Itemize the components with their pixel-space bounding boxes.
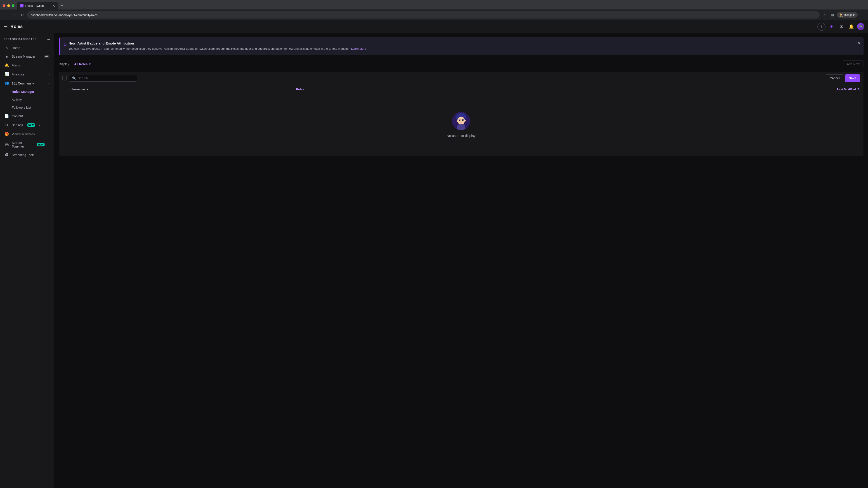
content-icon: 📄 (4, 114, 9, 118)
stream-manager-icon: ◉ (4, 55, 9, 58)
channel-points-button[interactable]: ✦ (827, 23, 835, 31)
sidebar-sub-item-roles-manager[interactable]: Roles Manager (1, 88, 53, 96)
content-chevron-icon: › (49, 115, 50, 118)
roles-dropdown[interactable]: All Roles ▾ (72, 61, 93, 67)
incognito-badge: 🕵 Incognito (837, 12, 858, 18)
forward-button[interactable]: → (11, 12, 17, 18)
streaming-tools-icon: 🛠 (4, 153, 9, 157)
search-input-wrap: 🔍 (69, 75, 137, 82)
help-button[interactable]: ? (817, 23, 826, 31)
sidebar-item-streaming-tools-label: Streaming Tools (12, 153, 34, 157)
bookmark-button[interactable]: ☆ (822, 12, 828, 18)
analytics-chevron-icon: › (49, 73, 50, 76)
sidebar-sub-item-followers-list-label: Followers List (12, 106, 31, 109)
last-modified-sort-icon: ⇅ (857, 88, 860, 91)
sidebar-item-settings[interactable]: ⚙ Settings NEW › (1, 121, 53, 129)
sidebar-section-label: CREATOR DASHBOARD ⬅ (0, 33, 54, 43)
viewer-rewards-chevron-icon: › (49, 133, 50, 136)
svg-point-2 (458, 117, 465, 125)
sidebar-item-community[interactable]: 👥 181 Community › (1, 79, 53, 88)
search-bar: 🔍 Cancel Save (59, 72, 864, 85)
chevron-down-icon: ▾ (89, 62, 91, 66)
back-button[interactable]: ← (3, 12, 9, 18)
stream-manager-badge: 69 (44, 55, 50, 58)
main-container: CREATOR DASHBOARD ⬅ ⌂ Home ◉ Stream Mana… (0, 33, 868, 488)
browser-chrome: T Roles - Twitch ✕ + ← → ↻ ☆ ⊞ 🕵 Incogni… (0, 0, 868, 20)
sidebar-item-home[interactable]: ⌂ Home (1, 43, 53, 52)
tab-close-button[interactable]: ✕ (52, 4, 55, 8)
banner-close-button[interactable]: ✕ (857, 40, 861, 45)
alerts-icon: 🔔 (4, 63, 9, 67)
svg-point-7 (457, 120, 458, 122)
sidebar-sub-item-activity-label: Activity (12, 98, 22, 101)
username-sort-icon: ▲ (86, 88, 89, 91)
banner-info-icon: ℹ (64, 42, 66, 47)
browser-menu-button[interactable]: ⋮ (859, 12, 865, 18)
new-tab-button[interactable]: + (59, 2, 65, 9)
header-icons: ? ✦ ✉ 🔔 🎮 (817, 23, 864, 31)
tab-favicon: T (20, 4, 24, 7)
roles-dropdown-label: All Roles (74, 62, 88, 66)
add-new-button[interactable]: Add New (843, 60, 864, 68)
empty-state-avatar-svg (452, 112, 470, 130)
url-bar[interactable] (27, 11, 819, 19)
username-column-label: Username (70, 88, 85, 91)
window-maximize[interactable] (12, 4, 14, 7)
empty-state: No users to display (59, 94, 864, 156)
main-content: ℹ New! Artist Badge and Emote Attributio… (54, 33, 868, 488)
column-header-last-modified[interactable]: Last Modified ⇅ (634, 88, 860, 91)
toolbar: Display All Roles ▾ Add New (59, 60, 864, 68)
svg-point-5 (460, 119, 460, 120)
sidebar-sub-item-followers-list[interactable]: Followers List (1, 104, 53, 111)
sidebar-item-settings-label: Settings (12, 123, 23, 127)
sidebar-item-viewer-rewards-label: Viewer Rewards (12, 132, 35, 136)
home-icon: ⌂ (4, 46, 9, 50)
save-button[interactable]: Save (845, 74, 860, 82)
incognito-label: Incognito (844, 13, 855, 17)
browser-tab[interactable]: T Roles - Twitch ✕ (17, 2, 58, 9)
extensions-button[interactable]: ⊞ (829, 12, 835, 18)
sidebar-item-analytics[interactable]: 📊 Analytics › (1, 70, 53, 78)
svg-point-4 (462, 119, 464, 121)
sidebar-item-streaming-tools[interactable]: 🛠 Streaming Tools (1, 151, 53, 159)
sidebar-back-button[interactable]: ⬅ (47, 37, 51, 41)
sidebar-item-content-label: Content (12, 114, 23, 118)
community-icon: 👥 (4, 81, 9, 86)
sidebar-item-stream-together-label: Stream Together (12, 141, 33, 148)
last-modified-column-label: Last Modified (837, 88, 856, 91)
sidebar-item-alerts[interactable]: 🔔 Alerts (1, 61, 53, 70)
sidebar-item-stream-manager[interactable]: ◉ Stream Manager 69 (1, 53, 53, 61)
app-header: ☰ Roles ? ✦ ✉ 🔔 🎮 (0, 20, 868, 33)
browser-nav: ← → ↻ ☆ ⊞ 🕵 Incognito ⋮ (0, 9, 868, 20)
community-chevron-icon: › (48, 83, 51, 84)
display-label: Display (59, 62, 69, 66)
banner-learn-more-link[interactable]: Learn More (351, 47, 366, 51)
sidebar-toggle-button[interactable]: ☰ (4, 24, 8, 29)
sidebar-sub-item-activity[interactable]: Activity (1, 96, 53, 103)
sidebar-item-content[interactable]: 📄 Content › (1, 111, 53, 121)
search-icon: 🔍 (72, 76, 76, 80)
search-input[interactable] (78, 76, 134, 80)
reload-button[interactable]: ↻ (19, 12, 25, 18)
sidebar: CREATOR DASHBOARD ⬅ ⌂ Home ◉ Stream Mana… (0, 33, 54, 488)
table-header: Username ▲ Roles Last Modified ⇅ (59, 85, 864, 94)
avatar[interactable]: 🎮 (857, 23, 864, 30)
roles-column-label: Roles (296, 88, 304, 91)
cancel-button[interactable]: Cancel (826, 74, 844, 82)
sidebar-item-community-label: 181 Community (12, 82, 34, 85)
action-buttons: Cancel Save (826, 74, 860, 82)
mail-button[interactable]: ✉ (837, 23, 845, 31)
select-all-checkbox[interactable] (62, 76, 67, 80)
svg-point-8 (464, 120, 466, 122)
table-container: 🔍 Cancel Save Username ▲ (59, 72, 864, 156)
svg-point-6 (463, 119, 463, 120)
column-header-roles[interactable]: Roles (296, 88, 634, 91)
viewer-rewards-icon: 🎁 (4, 132, 9, 136)
column-header-username[interactable]: Username ▲ (70, 88, 296, 91)
banner-title: New! Artist Badge and Emote Attribution (68, 41, 366, 45)
notifications-button[interactable]: 🔔 (847, 23, 855, 31)
sidebar-item-viewer-rewards[interactable]: 🎁 Viewer Rewards › (1, 130, 53, 138)
sidebar-item-stream-together[interactable]: 🎮 Stream Together NEW › (1, 139, 53, 151)
window-minimize[interactable] (7, 4, 10, 7)
window-close[interactable] (3, 4, 5, 7)
